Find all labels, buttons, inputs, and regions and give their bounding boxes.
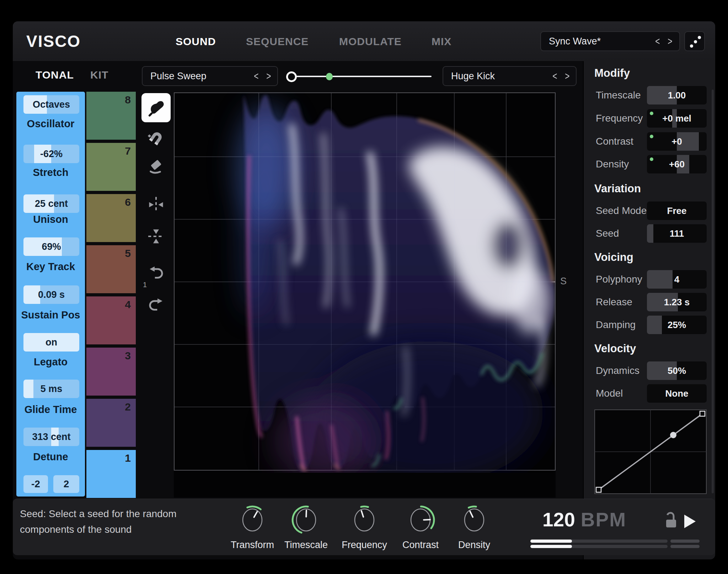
curve-point[interactable]: [670, 432, 676, 438]
model-label: Model: [596, 387, 623, 400]
unison-slider[interactable]: 25 cent: [23, 194, 79, 213]
seedmode-pill[interactable]: Free: [647, 202, 707, 220]
transport-bar-2-end[interactable]: [670, 545, 700, 548]
panel-scrollbar[interactable]: [712, 90, 714, 493]
density-knob[interactable]: [456, 504, 492, 539]
timescale-knob[interactable]: [288, 504, 324, 539]
density-pill[interactable]: +60: [647, 155, 707, 173]
morph-slider-track[interactable]: [287, 76, 432, 77]
redo-icon[interactable]: [147, 296, 165, 315]
transport-bar-2[interactable]: [530, 545, 668, 548]
randomize-dice-button[interactable]: [684, 31, 705, 51]
curve-handle-start[interactable]: [596, 487, 601, 492]
preset-prev-icon[interactable]: <: [653, 35, 662, 47]
tab-sequence[interactable]: SEQUENCE: [246, 36, 309, 48]
keytrack-slider[interactable]: 69%: [23, 237, 79, 256]
target-prev-icon[interactable]: <: [550, 70, 560, 82]
morph-position-dot[interactable]: [326, 73, 333, 80]
detune-slider[interactable]: 313 cent: [23, 428, 79, 446]
mirror-horizontal-icon[interactable]: [147, 195, 165, 214]
stretch-slider[interactable]: -62%: [23, 145, 79, 163]
section-voicing: Voicing: [594, 251, 633, 264]
density-value: +60: [669, 159, 685, 170]
unison-value: 25 cent: [35, 198, 68, 209]
undo-icon[interactable]: [147, 264, 165, 283]
contrast-value: +0: [671, 136, 682, 147]
bpm-lock-icon[interactable]: [664, 511, 678, 530]
glidetime-value: 5 ms: [41, 383, 63, 395]
contrast-pill[interactable]: +0: [647, 132, 707, 151]
undo-count-badge: 1: [143, 281, 147, 289]
release-pill[interactable]: 1.23 s: [647, 293, 707, 311]
octave-cell-1[interactable]: 1: [86, 450, 136, 498]
damping-value: 25%: [668, 320, 686, 331]
target-next-icon[interactable]: >: [563, 70, 572, 82]
detune-value: 313 cent: [32, 431, 70, 442]
polyphony-pill[interactable]: 4: [647, 270, 707, 289]
curve-handle-end[interactable]: [700, 411, 705, 416]
octave-cell-8[interactable]: 8: [86, 92, 136, 140]
frequency-label: Frequency: [596, 112, 643, 125]
preset-selector[interactable]: Sync Wave* < >: [540, 31, 680, 51]
timescale-value: 1.00: [668, 90, 686, 101]
morph-target-name: Huge Kick: [451, 71, 548, 82]
tab-tonal[interactable]: TONAL: [36, 69, 74, 81]
mirror-vertical-icon[interactable]: [147, 227, 165, 246]
seedmode-label: Seed Mode: [596, 204, 647, 217]
velocity-curve-editor[interactable]: [594, 409, 707, 494]
glidetime-slider[interactable]: 5 ms: [23, 380, 79, 398]
sustainpos-slider[interactable]: 0.09 s: [23, 285, 79, 304]
frequency-knob[interactable]: [347, 504, 382, 539]
panel-divider: [583, 61, 584, 559]
polyphony-value: 4: [674, 274, 679, 285]
detune-label: Detune: [16, 450, 85, 463]
stretch-value: -62%: [40, 149, 63, 160]
octave-cell-3[interactable]: 3: [86, 348, 136, 396]
damping-pill[interactable]: 25%: [647, 316, 707, 334]
tab-mix[interactable]: MIX: [432, 36, 451, 48]
spectral-canvas[interactable]: [174, 92, 556, 498]
octave-cell-6[interactable]: 6: [86, 194, 136, 242]
model-pill[interactable]: None: [647, 384, 707, 403]
legato-toggle[interactable]: on: [23, 333, 79, 352]
transform-knob[interactable]: [235, 504, 270, 539]
dynamics-pill[interactable]: 50%: [647, 361, 707, 380]
transport-bar-1[interactable]: [530, 540, 668, 543]
seed-pill[interactable]: 111: [647, 224, 707, 243]
eraser-tool-icon[interactable]: [147, 158, 165, 177]
bpm-display[interactable]: 120 BPM: [542, 508, 626, 531]
octave-cell-5[interactable]: 5: [86, 245, 136, 293]
oscillator-slider[interactable]: Octaves: [23, 95, 79, 114]
release-label: Release: [596, 296, 632, 309]
source-prev-icon[interactable]: <: [251, 70, 261, 82]
glidetime-label: Glide Time: [16, 403, 85, 416]
magnet-tool-icon[interactable]: [147, 129, 165, 147]
octave-cell-2[interactable]: 2: [86, 399, 136, 447]
octave-cell-4[interactable]: 4: [86, 296, 136, 344]
source-next-icon[interactable]: >: [264, 70, 274, 82]
bpm-unit: BPM: [581, 508, 626, 531]
keytrack-label: Key Track: [16, 260, 85, 273]
section-velocity: Velocity: [594, 342, 636, 355]
contrast-knob[interactable]: [403, 504, 438, 539]
tab-sound[interactable]: SOUND: [176, 36, 216, 48]
morph-target-selector[interactable]: Huge Kick < >: [443, 66, 577, 86]
preset-name: Sync Wave*: [549, 36, 651, 47]
octave-min-button[interactable]: -2: [23, 475, 48, 493]
preset-next-icon[interactable]: >: [665, 35, 675, 47]
tooltip-text: Seed: Select a seed for the random compo…: [20, 506, 177, 537]
tab-modulate[interactable]: MODULATE: [339, 36, 402, 48]
legato-label: Legato: [16, 355, 85, 368]
morph-source-selector[interactable]: Pulse Sweep < >: [142, 66, 278, 86]
contrast-label: Contrast: [596, 135, 633, 148]
octave-cell-7[interactable]: 7: [86, 143, 136, 191]
play-button[interactable]: [684, 515, 696, 528]
transport-bar-1-end[interactable]: [670, 540, 700, 543]
frequency-pill[interactable]: +0 mel: [647, 109, 707, 128]
octave-max-button[interactable]: 2: [53, 475, 79, 493]
octave-number: 5: [125, 247, 131, 259]
density-label: Density: [596, 158, 629, 171]
tab-kit[interactable]: KIT: [90, 69, 108, 81]
morph-slider-handle[interactable]: [286, 71, 297, 82]
timescale-pill[interactable]: 1.00: [647, 86, 707, 104]
